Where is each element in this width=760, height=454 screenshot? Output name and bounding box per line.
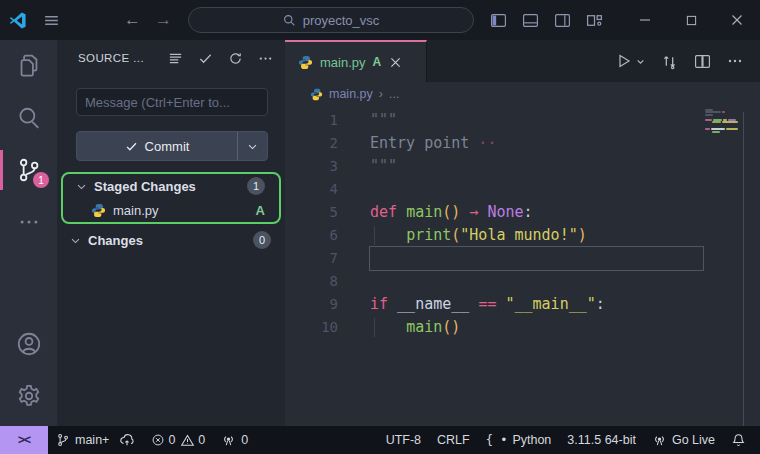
commit-check-icon[interactable] <box>198 51 213 66</box>
files-icon <box>16 53 42 79</box>
minimap-line <box>705 131 720 133</box>
git-status-added: A <box>256 203 265 218</box>
code-line-2[interactable]: 2Entry point ·· <box>285 132 760 155</box>
errors-icon <box>151 433 165 447</box>
eol-status[interactable]: CRLF <box>429 426 478 454</box>
python-file-icon <box>91 203 106 218</box>
tab-main-py[interactable]: main.py A <box>285 40 427 82</box>
history-nav: ← → <box>124 10 172 30</box>
activity-more[interactable] <box>0 196 57 248</box>
commit-button-main[interactable]: Commit <box>77 132 237 160</box>
ports-status[interactable]: 0 <box>213 426 256 454</box>
cloud-upload-icon[interactable] <box>119 432 135 448</box>
ellipsis-icon <box>18 211 40 233</box>
account-icon <box>16 331 42 357</box>
tab-close-icon[interactable] <box>390 57 401 68</box>
breadcrumb-file[interactable]: main.py <box>329 87 373 101</box>
commit-button[interactable]: Commit <box>76 131 268 161</box>
customize-layout-icon[interactable] <box>586 12 603 29</box>
git-branch-icon <box>56 433 70 447</box>
line-content[interactable] <box>370 247 703 270</box>
settings-button[interactable] <box>0 370 57 422</box>
split-editor-icon[interactable] <box>694 53 711 70</box>
line-number: 3 <box>285 155 341 178</box>
breadcrumb[interactable]: main.py › ... <box>285 82 760 106</box>
breadcrumb-symbol[interactable]: ... <box>389 87 399 101</box>
language-status[interactable]: { • Python <box>478 426 560 454</box>
line-content[interactable] <box>370 270 703 293</box>
python-file-icon <box>298 55 313 70</box>
tab-label: main.py <box>320 55 366 70</box>
editor-actions <box>616 40 760 82</box>
changes-header[interactable]: Changes 0 <box>57 228 285 252</box>
line-content[interactable]: if __name__ == "__main__": <box>370 293 703 316</box>
maximize-button[interactable] <box>668 0 714 40</box>
chevron-down-icon[interactable] <box>76 181 87 192</box>
interpreter-status[interactable]: 3.11.5 64-bit <box>559 426 644 454</box>
toggle-sidebar-right-icon[interactable] <box>554 12 571 29</box>
changes-count-badge: 0 <box>253 231 271 249</box>
code-line-7[interactable]: 7 <box>285 247 760 270</box>
activity-search[interactable] <box>0 92 57 144</box>
status-left: >< main+ 0 <box>0 426 256 454</box>
view-as-list-icon[interactable] <box>168 51 183 66</box>
minimize-button[interactable] <box>622 0 668 40</box>
branch-status[interactable]: main+ <box>48 426 143 454</box>
code-line-8[interactable]: 8 <box>285 270 760 293</box>
chevron-down-icon[interactable] <box>70 235 81 246</box>
status-bar: >< main+ 0 <box>0 426 760 454</box>
notifications-status[interactable] <box>723 426 754 454</box>
line-number: 8 <box>285 270 341 293</box>
line-content[interactable]: """ <box>370 155 703 178</box>
remote-indicator[interactable]: >< <box>0 426 48 454</box>
minimap[interactable] <box>703 106 743 426</box>
go-live-status[interactable]: Go Live <box>644 426 723 454</box>
command-center-search[interactable]: proyecto_vsc <box>188 7 474 33</box>
run-button[interactable] <box>616 53 645 69</box>
code-line-10[interactable]: 10 main() <box>285 316 760 339</box>
menu-hamburger-icon[interactable] <box>34 12 68 29</box>
toggle-sidebar-left-icon[interactable] <box>490 12 507 29</box>
tab-bar: main.py A <box>285 40 760 82</box>
line-content[interactable]: print("Hola mundo!") <box>370 224 703 247</box>
commit-message-input[interactable] <box>76 88 268 116</box>
more-actions-icon[interactable] <box>258 51 273 66</box>
staged-file-row[interactable]: main.py A <box>63 198 279 222</box>
staged-changes-label: Staged Changes <box>94 179 196 194</box>
staged-changes-header[interactable]: Staged Changes 1 <box>63 174 279 198</box>
code-editor[interactable]: 1"""2Entry point ··3"""45def main() → No… <box>285 106 760 426</box>
line-content[interactable]: """ <box>370 109 703 132</box>
layout-controls <box>490 12 603 29</box>
remote-icon: >< <box>18 433 30 447</box>
code-line-4[interactable]: 4 <box>285 178 760 201</box>
code-line-5[interactable]: 5def main() → None: <box>285 201 760 224</box>
activity-explorer[interactable] <box>0 40 57 92</box>
code-line-3[interactable]: 3""" <box>285 155 760 178</box>
line-content[interactable]: def main() → None: <box>370 201 703 224</box>
close-window-button[interactable] <box>714 0 760 40</box>
ports-count: 0 <box>241 433 248 447</box>
window-controls <box>622 0 760 40</box>
encoding-status[interactable]: UTF-8 <box>378 426 429 454</box>
code-lines[interactable]: 1"""2Entry point ··3"""45def main() → No… <box>285 106 760 339</box>
commit-dropdown-button[interactable] <box>237 132 267 160</box>
open-changes-icon[interactable] <box>661 53 678 70</box>
forward-arrow-icon[interactable]: → <box>155 10 172 30</box>
line-content[interactable]: Entry point ·· <box>370 132 703 155</box>
toggle-panel-icon[interactable] <box>522 12 539 29</box>
scm-badge: 1 <box>33 172 49 188</box>
more-actions-icon[interactable] <box>727 53 743 69</box>
line-content[interactable]: main() <box>370 316 703 339</box>
activity-source-control[interactable]: 1 <box>0 144 57 196</box>
line-content[interactable] <box>370 178 703 201</box>
back-arrow-icon[interactable]: ← <box>124 10 141 30</box>
eol-label: CRLF <box>437 433 470 447</box>
code-line-9[interactable]: 9if __name__ == "__main__": <box>285 293 760 316</box>
code-line-6[interactable]: 6 print("Hola mundo!") <box>285 224 760 247</box>
accounts-button[interactable] <box>0 318 57 370</box>
language-label: Python <box>512 433 551 447</box>
problems-status[interactable]: 0 0 <box>143 426 213 454</box>
code-line-1[interactable]: 1""" <box>285 109 760 132</box>
sidebar-title: SOURCE ... <box>78 52 144 64</box>
refresh-icon[interactable] <box>228 51 243 66</box>
